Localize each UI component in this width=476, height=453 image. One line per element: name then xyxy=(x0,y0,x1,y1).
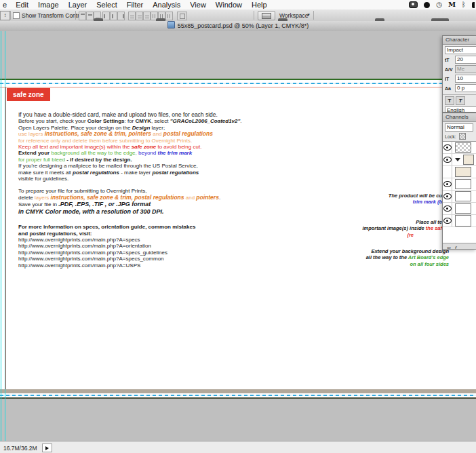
visibility-toggle[interactable] xyxy=(443,154,452,165)
visibility-toggle[interactable] xyxy=(443,166,452,178)
menu-analysis[interactable]: Analysis xyxy=(148,0,185,9)
layer-thumbnail[interactable] xyxy=(455,167,471,177)
group-expander-icon[interactable] xyxy=(455,158,460,161)
bluetooth-icon[interactable]: ᛒ xyxy=(462,0,466,9)
menu-edit[interactable]: Edit xyxy=(11,0,33,9)
align-horizontal-centers-button[interactable] xyxy=(110,12,117,20)
menu-help[interactable]: Help xyxy=(247,0,272,9)
instruction-line: visible for guidelines. xyxy=(18,176,310,182)
kerning-field[interactable]: Me xyxy=(455,65,476,73)
url-line: http://www.overnightprints.com/main.php?… xyxy=(18,256,310,262)
url-line: http://www.overnightprints.com/main.php?… xyxy=(18,243,310,249)
distribute-top-edges-button[interactable] xyxy=(128,12,136,20)
font-family-field[interactable]: Impact xyxy=(445,46,476,54)
menu-layer[interactable]: Layer xyxy=(64,0,92,9)
tool-options-stub[interactable]: ↕ xyxy=(0,11,10,20)
visibility-toggle[interactable] xyxy=(443,191,452,202)
kerning-icon: A/V xyxy=(445,67,454,72)
visibility-toggle[interactable] xyxy=(443,142,452,153)
menu-select[interactable]: Select xyxy=(92,0,122,9)
document-title-bar: 55x85_postcard.psd @ 50% (Layer 1, CMYK/… xyxy=(0,21,476,32)
lock-label: Lock: xyxy=(445,134,456,139)
baseline-shift-field[interactable]: 0 p xyxy=(455,84,476,92)
blend-mode-select[interactable]: Normal xyxy=(445,123,473,132)
workspace-icon-button[interactable] xyxy=(258,11,275,20)
separator xyxy=(75,11,76,20)
url-line: http://www.overnightprints.com/main.php?… xyxy=(18,262,310,269)
layer-row[interactable] xyxy=(443,215,476,227)
url-line: http://www.overnightprints.com/main.php?… xyxy=(18,250,310,256)
auto-align-button[interactable] xyxy=(177,12,187,20)
layer-row[interactable] xyxy=(443,154,476,166)
safe-zone-label: safe zone xyxy=(7,88,50,101)
faux-bold-button[interactable]: T xyxy=(445,96,454,105)
status-flyout-button[interactable] xyxy=(42,444,52,452)
artboard-top-edge xyxy=(0,79,476,80)
layer-thumbnail[interactable] xyxy=(455,203,471,214)
clock-icon[interactable]: ◷ xyxy=(436,0,442,9)
menu-status-icons: ◷ M ᛒ xyxy=(409,0,475,9)
eye-icon xyxy=(443,193,452,199)
distribute-bottom-edges-button[interactable] xyxy=(143,12,151,20)
vertical-scale-icon: IT xyxy=(445,77,454,81)
instruction-line: in CMYK Color mode, with a resolution of… xyxy=(18,208,310,216)
font-size-field[interactable]: 20 xyxy=(455,56,476,64)
align-top-edges-button[interactable] xyxy=(79,12,86,20)
visibility-toggle[interactable] xyxy=(443,215,452,226)
psd-file-icon xyxy=(167,21,175,28)
instruction-line: If you have a double-sided card, make an… xyxy=(18,112,310,118)
link-icon[interactable]: ∞ xyxy=(447,245,451,250)
layer-row[interactable] xyxy=(443,142,476,154)
tab-character[interactable]: Character xyxy=(443,36,476,45)
artboard-bottom-edge xyxy=(0,397,476,399)
layer-row[interactable] xyxy=(443,203,476,215)
align-vertical-centers-button[interactable] xyxy=(86,12,94,20)
vertical-guide xyxy=(1,31,1,441)
instruction-line: Extend your background all the way to th… xyxy=(18,150,310,156)
layer-row[interactable] xyxy=(443,166,476,178)
status-bar: 16.7M/36.2M xyxy=(0,441,476,453)
layer-row[interactable] xyxy=(443,191,476,203)
instruction-line: and postal regulations, visit: xyxy=(18,231,310,237)
separator xyxy=(313,11,314,20)
dot-icon[interactable] xyxy=(424,2,430,8)
instruction-text-block: If you have a double-sided card, make an… xyxy=(18,112,310,269)
menu-file-cut[interactable]: e xyxy=(0,0,11,9)
instruction-line: delete layers instructions, safe zone & … xyxy=(18,195,310,201)
layer-thumbnail[interactable] xyxy=(455,179,471,189)
camera-icon[interactable] xyxy=(409,1,418,8)
menu-filter[interactable]: Filter xyxy=(122,0,148,9)
lock-transparency-icon[interactable] xyxy=(459,133,466,140)
layer-row[interactable] xyxy=(443,178,476,191)
m-icon[interactable]: M xyxy=(448,0,456,9)
document-size-readout: 16.7M/36.2M xyxy=(3,445,37,452)
layer-thumbnail[interactable] xyxy=(455,215,471,226)
language-select[interactable]: English xyxy=(445,106,476,113)
tab-channels[interactable]: Channels xyxy=(443,113,476,122)
group-thumbnail[interactable] xyxy=(463,155,474,165)
visibility-toggle[interactable] xyxy=(443,178,452,190)
distribute-right-edges-button[interactable] xyxy=(165,12,173,20)
align-right-edges-button[interactable] xyxy=(117,12,125,20)
distribute-vertical-centers-button[interactable] xyxy=(136,12,143,20)
show-transform-controls-checkbox[interactable] xyxy=(13,12,20,19)
faux-italic-button[interactable]: T xyxy=(456,96,465,105)
menu-window[interactable]: Window xyxy=(211,0,247,9)
align-left-edges-button[interactable] xyxy=(102,12,110,20)
divider xyxy=(443,94,476,95)
trim-guide-top xyxy=(0,83,476,84)
eye-icon xyxy=(443,144,452,151)
fx-icon[interactable]: ƒ xyxy=(454,245,457,250)
layer-thumbnail[interactable] xyxy=(455,191,471,201)
canvas-area[interactable]: safe zone If you have a double-sided car… xyxy=(0,31,476,441)
instruction-line: Before you start, check your Color Setti… xyxy=(18,118,310,124)
vertical-scale-field[interactable]: 10 xyxy=(455,75,476,83)
right-triangle-icon xyxy=(45,446,49,450)
layer-thumbnail[interactable] xyxy=(455,142,471,153)
menu-image[interactable]: Image xyxy=(33,0,64,9)
baseline-shift-icon: Aa xyxy=(445,86,454,91)
character-panel: Character Impact tT20 A/VMe IT10 Aa0 p T… xyxy=(442,35,476,113)
instruction-line: for proper full bleed - if desired by th… xyxy=(18,157,310,163)
visibility-toggle[interactable] xyxy=(443,203,452,214)
menu-view[interactable]: View xyxy=(185,0,211,9)
